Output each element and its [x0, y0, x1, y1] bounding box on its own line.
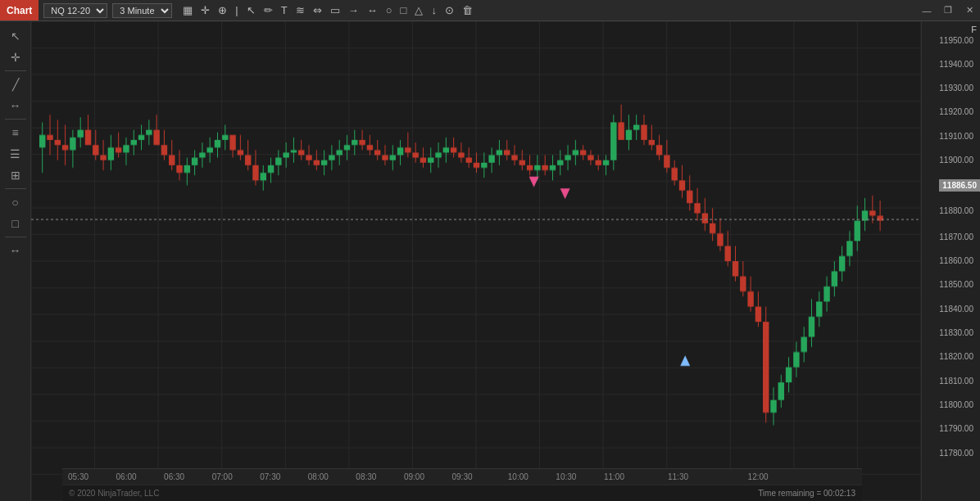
- close-button[interactable]: ✕: [959, 0, 980, 20]
- time-label: 09:00: [404, 472, 424, 481]
- time-remaining: Time remaining = 00:02:13: [758, 489, 855, 498]
- box-icon[interactable]: □: [398, 3, 410, 17]
- grid-tool[interactable]: ⊞: [3, 165, 28, 185]
- chart-toolbar: ▦ ✛ ⊕ | ↖ ✏ T ≋ ⇔ ▭ → ↔ ○ □ △ ↓ ⊙ 🗑: [180, 3, 475, 17]
- title-bar: Chart NQ 12-20 3 Minute ▦ ✛ ⊕ | ↖ ✏ T ≋ …: [0, 0, 980, 21]
- price-label: 11810.00: [939, 377, 977, 386]
- current-price-badge: 11886.50: [939, 179, 980, 192]
- left-toolbar: ↖ ✛ ╱ ↔ ≡ ☰ ⊞ ○ □ ↔: [0, 21, 31, 501]
- time-label: 10:00: [508, 472, 529, 481]
- arrow-icon[interactable]: →: [346, 3, 361, 17]
- time-label: 07:30: [260, 472, 280, 481]
- toolbar-separator: [5, 119, 26, 120]
- time-label: 11:30: [668, 472, 688, 481]
- time-label: 06:30: [164, 472, 184, 481]
- circle-icon[interactable]: ○: [383, 3, 395, 17]
- expand-icon[interactable]: ⇔: [311, 3, 324, 17]
- list-tool[interactable]: ☰: [3, 144, 28, 164]
- circle-tool[interactable]: ○: [3, 192, 28, 212]
- cursor-tool[interactable]: ↖: [3, 26, 28, 46]
- time-label: 07:00: [212, 472, 233, 481]
- window-controls: — ❐ ✕: [916, 0, 980, 20]
- price-label: 11870.00: [939, 232, 977, 241]
- price-label: 11930.00: [939, 84, 977, 93]
- separator: |: [233, 3, 240, 17]
- toolbar-separator: [5, 70, 26, 71]
- timeframe-select[interactable]: 3 Minute: [112, 3, 172, 18]
- line-tool[interactable]: ╱: [3, 74, 28, 94]
- time-label: 08:00: [308, 472, 329, 481]
- main-area: ↖ ✛ ╱ ↔ ≡ ☰ ⊞ ○ □ ↔ 05:3006:0006:3007:00…: [0, 21, 980, 501]
- price-label: 11830.00: [939, 328, 977, 337]
- price-label: 11820.00: [939, 352, 977, 361]
- text-icon[interactable]: T: [279, 3, 290, 17]
- price-label: 11900.00: [939, 156, 977, 165]
- time-label: 08:30: [356, 472, 376, 481]
- move-tool[interactable]: ✛: [3, 47, 28, 67]
- crosshair-icon[interactable]: ✛: [198, 3, 212, 17]
- price-label: 11910.00: [939, 132, 977, 141]
- time-label: 06:00: [116, 472, 137, 481]
- fib-icon[interactable]: ≋: [293, 3, 307, 17]
- candlestick-chart[interactable]: [31, 21, 921, 501]
- rect-tool[interactable]: □: [3, 214, 28, 233]
- time-label: 10:30: [556, 472, 576, 481]
- price-label: 11850.00: [939, 280, 977, 289]
- delete-icon[interactable]: 🗑: [460, 3, 475, 17]
- double-arrow-icon[interactable]: ↔: [365, 3, 380, 17]
- price-label: 11860.00: [939, 256, 977, 265]
- app-title: Chart: [0, 0, 39, 20]
- arrow-tool[interactable]: ↔: [3, 241, 28, 260]
- time-label: 05:30: [68, 472, 88, 481]
- status-bar: © 2020 NinjaTrader, LLC Time remaining =…: [62, 485, 862, 501]
- f-label: F: [971, 25, 977, 34]
- price-label: 11940.00: [939, 60, 977, 69]
- minimize-button[interactable]: —: [916, 0, 937, 20]
- price-label: 11800.00: [939, 400, 977, 409]
- toolbar-separator: [5, 188, 26, 189]
- price-label: 11880.00: [939, 206, 977, 215]
- pointer-icon[interactable]: ↖: [244, 3, 258, 17]
- lines-tool[interactable]: ≡: [3, 123, 28, 142]
- price-label: 11780.00: [939, 449, 977, 458]
- triangle-icon[interactable]: △: [412, 3, 425, 17]
- price-label: 11840.00: [939, 305, 977, 314]
- price-label: 11950.00: [939, 36, 977, 45]
- time-label: 12:00: [748, 472, 769, 481]
- rect-icon[interactable]: ▭: [328, 3, 343, 17]
- price-label: 11920.00: [939, 107, 977, 116]
- time-label: 11:00: [604, 472, 624, 481]
- restore-button[interactable]: ❐: [937, 0, 959, 20]
- instrument-select[interactable]: NQ 12-20: [43, 3, 107, 18]
- copyright-text: © 2020 NinjaTrader, LLC: [69, 489, 159, 498]
- bar-chart-icon[interactable]: ▦: [180, 3, 195, 17]
- price-axis: F 11950.0011940.0011930.0011920.0011910.…: [921, 21, 980, 501]
- bottom-area: 05:3006:0006:3007:0007:3008:0008:3009:00…: [62, 468, 862, 501]
- price-label: 11790.00: [939, 424, 977, 433]
- chart-area[interactable]: 05:3006:0006:3007:0007:3008:0008:3009:00…: [31, 21, 921, 501]
- zoom-icon[interactable]: ⊕: [216, 3, 229, 17]
- toolbar-separator: [5, 237, 26, 237]
- draw-icon[interactable]: ✏: [261, 3, 275, 17]
- ellipse-icon[interactable]: ⊙: [442, 3, 456, 17]
- time-axis: 05:3006:0006:3007:0007:3008:0008:3009:00…: [62, 468, 862, 485]
- double-arrow-tool[interactable]: ↔: [3, 96, 28, 115]
- down-arrow-icon[interactable]: ↓: [429, 3, 439, 17]
- time-label: 09:30: [451, 472, 472, 481]
